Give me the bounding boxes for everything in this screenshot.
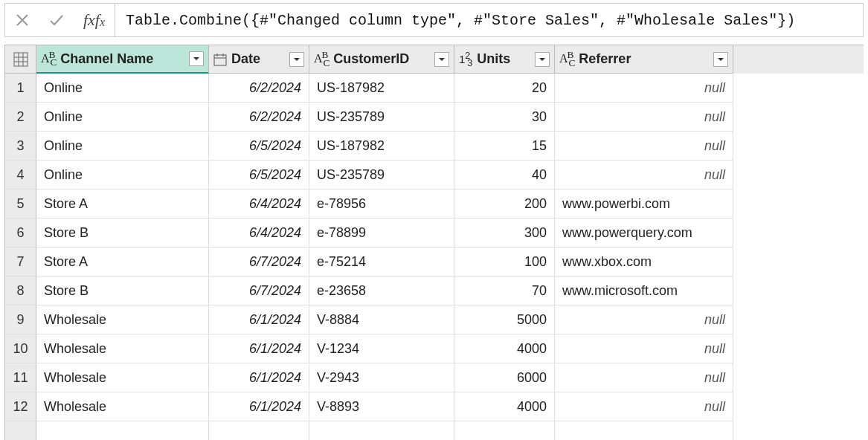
- cell-date[interactable]: 6/5/2024: [209, 132, 309, 161]
- table-row[interactable]: 10Wholesale6/1/2024V-12344000null: [5, 334, 864, 363]
- filter-button[interactable]: [434, 52, 449, 67]
- row-number[interactable]: 6: [5, 219, 36, 248]
- row-number[interactable]: 1: [5, 74, 36, 103]
- row-number[interactable]: 10: [5, 334, 36, 363]
- column-header-channel-name[interactable]: ABC Channel Name: [36, 45, 209, 74]
- cell-date[interactable]: 6/2/2024: [209, 103, 309, 132]
- cell-units[interactable]: 4000: [454, 334, 555, 363]
- cell-units[interactable]: 300: [454, 219, 555, 248]
- cell-units[interactable]: 30: [454, 103, 555, 132]
- cell-referrer[interactable]: null: [555, 103, 733, 132]
- cell-units[interactable]: 15: [454, 132, 555, 161]
- cell-customerid[interactable]: e-75214: [309, 248, 454, 276]
- cell-customerid[interactable]: US-235789: [309, 103, 454, 132]
- cell-channel[interactable]: Wholesale: [36, 334, 209, 363]
- table-row[interactable]: 9Wholesale6/1/2024V-88845000null: [5, 305, 864, 334]
- filter-button[interactable]: [535, 52, 550, 67]
- cell-referrer[interactable]: null: [555, 305, 733, 334]
- cell-units[interactable]: 100: [454, 248, 555, 276]
- filter-button[interactable]: [289, 52, 304, 67]
- column-header-customerid[interactable]: ABC CustomerID: [309, 45, 454, 74]
- formula-cancel-button[interactable]: [5, 4, 39, 36]
- table-row[interactable]: 8Store B6/7/2024e-2365870www.microsoft.c…: [5, 276, 864, 305]
- cell-channel[interactable]: Online: [36, 74, 209, 103]
- cell-customerid[interactable]: V-2943: [309, 363, 454, 392]
- formula-confirm-button[interactable]: [39, 4, 74, 36]
- row-number[interactable]: 9: [5, 305, 36, 334]
- cell-date[interactable]: 6/1/2024: [209, 305, 309, 334]
- cell-referrer[interactable]: null: [555, 363, 733, 392]
- cell-customerid[interactable]: V-8893: [309, 392, 454, 421]
- cell-customerid[interactable]: e-78956: [309, 190, 454, 219]
- row-number[interactable]: 4: [5, 161, 36, 190]
- cell-units[interactable]: 40: [454, 161, 555, 190]
- cell-units[interactable]: 5000: [454, 305, 555, 334]
- column-header-referrer[interactable]: ABC Referrer: [555, 45, 733, 74]
- formula-input[interactable]: [115, 4, 863, 36]
- table-row[interactable]: 7Store A6/7/2024e-75214100www.xbox.com: [5, 248, 864, 276]
- cell-channel[interactable]: Wholesale: [36, 305, 209, 334]
- cell-date[interactable]: 6/2/2024: [209, 74, 309, 103]
- row-number[interactable]: 5: [5, 190, 36, 219]
- row-number[interactable]: 7: [5, 248, 36, 276]
- cell-units[interactable]: 20: [454, 74, 555, 103]
- cell-customerid[interactable]: V-1234: [309, 334, 454, 363]
- cell-channel[interactable]: Store A: [36, 190, 209, 219]
- cell-date[interactable]: 6/7/2024: [209, 276, 309, 305]
- column-header-label: Date: [231, 51, 285, 67]
- table-row[interactable]: 5Store A6/4/2024e-78956200www.powerbi.co…: [5, 190, 864, 219]
- table-row[interactable]: 3Online6/5/2024US-18798215null: [5, 132, 864, 161]
- cell-channel[interactable]: Online: [36, 161, 209, 190]
- table-row[interactable]: 6Store B6/4/2024e-78899300www.powerquery…: [5, 219, 864, 248]
- cell-referrer[interactable]: null: [555, 161, 733, 190]
- cell-referrer[interactable]: null: [555, 392, 733, 421]
- column-header-units[interactable]: 123 Units: [454, 45, 555, 74]
- cell-date[interactable]: 6/4/2024: [209, 190, 309, 219]
- select-all-corner[interactable]: [5, 45, 36, 74]
- column-header-date[interactable]: Date: [209, 45, 309, 74]
- cell-channel[interactable]: Store B: [36, 219, 209, 248]
- cell-channel[interactable]: Wholesale: [36, 363, 209, 392]
- cell-referrer[interactable]: www.powerbi.com: [555, 190, 733, 219]
- cell-channel[interactable]: Wholesale: [36, 392, 209, 421]
- cell-units[interactable]: 6000: [454, 363, 555, 392]
- cell-date[interactable]: 6/7/2024: [209, 248, 309, 276]
- filter-button[interactable]: [189, 51, 204, 66]
- cell-customerid[interactable]: US-235789: [309, 161, 454, 190]
- cell-units[interactable]: 200: [454, 190, 555, 219]
- cell-referrer[interactable]: www.microsoft.com: [555, 276, 733, 305]
- cell-units[interactable]: 4000: [454, 392, 555, 421]
- row-number[interactable]: 8: [5, 276, 36, 305]
- cell-customerid[interactable]: V-8884: [309, 305, 454, 334]
- cell-date[interactable]: 6/4/2024: [209, 219, 309, 248]
- row-number[interactable]: 2: [5, 103, 36, 132]
- cell-date[interactable]: 6/1/2024: [209, 392, 309, 421]
- cell-referrer[interactable]: null: [555, 334, 733, 363]
- cell-referrer[interactable]: null: [555, 132, 733, 161]
- filter-button[interactable]: [713, 52, 728, 67]
- cell-channel[interactable]: Store B: [36, 276, 209, 305]
- cell-date[interactable]: 6/5/2024: [209, 161, 309, 190]
- cell-channel[interactable]: Online: [36, 103, 209, 132]
- cell-customerid[interactable]: US-187982: [309, 74, 454, 103]
- table-row[interactable]: 2Online6/2/2024US-23578930null: [5, 103, 864, 132]
- table-row[interactable]: 1Online6/2/2024US-18798220null: [5, 74, 864, 103]
- cell-referrer[interactable]: www.powerquery.com: [555, 219, 733, 248]
- cell-date[interactable]: 6/1/2024: [209, 334, 309, 363]
- table-row[interactable]: 11Wholesale6/1/2024V-29436000null: [5, 363, 864, 392]
- table-row[interactable]: 4Online6/5/2024US-23578940null: [5, 161, 864, 190]
- cell-date[interactable]: 6/1/2024: [209, 363, 309, 392]
- row-number[interactable]: 3: [5, 132, 36, 161]
- data-grid: ABC Channel Name Date ABC CustomerID 123: [4, 45, 864, 440]
- cell-referrer[interactable]: null: [555, 74, 733, 103]
- cell-customerid[interactable]: e-78899: [309, 219, 454, 248]
- cell-units[interactable]: 70: [454, 276, 555, 305]
- cell-customerid[interactable]: e-23658: [309, 276, 454, 305]
- cell-customerid[interactable]: US-187982: [309, 132, 454, 161]
- cell-referrer[interactable]: www.xbox.com: [555, 248, 733, 276]
- table-row[interactable]: 12Wholesale6/1/2024V-88934000null: [5, 392, 864, 421]
- cell-channel[interactable]: Store A: [36, 248, 209, 276]
- row-number[interactable]: 12: [5, 392, 36, 421]
- row-number[interactable]: 11: [5, 363, 36, 392]
- cell-channel[interactable]: Online: [36, 132, 209, 161]
